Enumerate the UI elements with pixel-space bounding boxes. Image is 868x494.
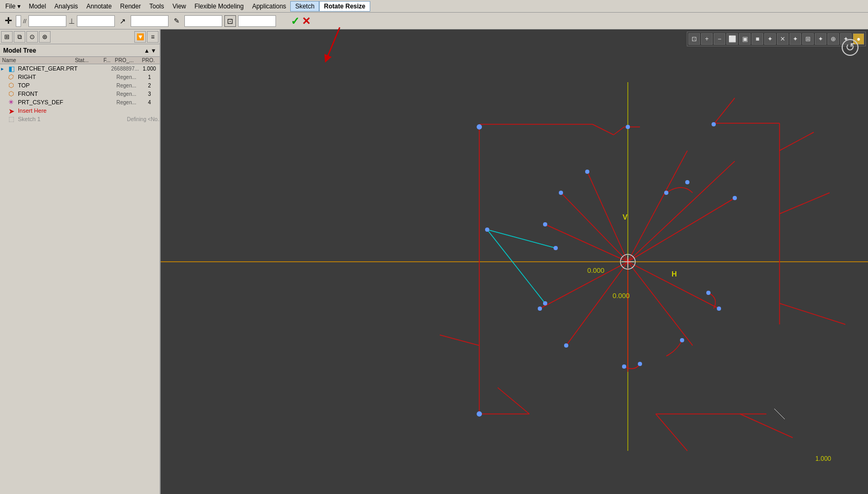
- angle-input[interactable]: [131, 15, 169, 27]
- tree-filter-icon[interactable]: ▼: [151, 47, 156, 54]
- tree-item-front-name: FRONT: [18, 91, 116, 97]
- cyan-line-2: [487, 230, 545, 303]
- perp-input[interactable]: 0.000000: [77, 15, 115, 27]
- scale-input[interactable]: 0.000000: [184, 15, 222, 27]
- model-tree-content: ▸ ◧ RATCHET_GEAR.PRT 26688897... 1.000 ⬡…: [0, 64, 160, 494]
- tree-item-insert[interactable]: ➤ Insert Here: [0, 106, 160, 115]
- tree-export-icon[interactable]: ⊛: [39, 31, 51, 43]
- tab-sketch[interactable]: Sketch: [290, 1, 319, 12]
- tree-item-top[interactable]: ⬡ TOP Regen... 2: [0, 81, 160, 90]
- arc-2: [708, 293, 715, 309]
- v-axis-label: V: [623, 213, 627, 221]
- tree-item-right-name: RIGHT: [18, 74, 116, 80]
- tree-item-top-name: TOP: [18, 82, 116, 88]
- diag-8: [440, 335, 479, 345]
- parallel-icon: //: [23, 18, 26, 24]
- col-stat: Stat...: [75, 57, 103, 63]
- cancel-button[interactable]: ✕: [302, 15, 311, 27]
- pt-17: [543, 301, 547, 305]
- diag-5: [740, 414, 793, 438]
- pt-2: [664, 191, 668, 195]
- h-axis-label: H: [672, 270, 677, 278]
- pt-3: [685, 180, 689, 184]
- tree-layout-icon[interactable]: ⊞: [1, 31, 13, 43]
- arc-4: [624, 364, 640, 369]
- spoke-9: [561, 193, 628, 262]
- tree-item-right-stat: Regen...: [116, 74, 148, 80]
- menu-tools[interactable]: Tools: [145, 2, 168, 11]
- tree-item-front-stat: Regen...: [116, 91, 148, 97]
- gear-seg-2: [614, 127, 624, 135]
- gear-seg-1: [593, 124, 614, 135]
- diag-3: [780, 193, 830, 214]
- resize-input[interactable]: 1.000000: [238, 15, 276, 27]
- y-coord-label: 0.000: [613, 292, 630, 300]
- plane-icon-front: ⬡: [8, 90, 17, 97]
- pt-corner-bl: [477, 411, 482, 417]
- tree-item-root-pro1: 26688897...: [111, 66, 143, 72]
- spoke-10: [587, 172, 628, 262]
- sketch-canvas: [161, 29, 868, 494]
- tree-item-right-f: 1: [148, 74, 159, 80]
- move-input[interactable]: [16, 15, 21, 27]
- col-f: F...: [103, 57, 115, 63]
- accept-button[interactable]: ✓: [291, 15, 300, 27]
- tree-copy-icon[interactable]: ⧉: [14, 31, 25, 43]
- tab-rotate-resize[interactable]: Rotate Resize: [319, 1, 370, 12]
- move-icon[interactable]: ✛: [2, 15, 14, 27]
- model-tree-header: Model Tree ▲ ▼: [0, 44, 160, 57]
- pt-14: [559, 191, 563, 195]
- pt-1: [626, 125, 630, 129]
- tree-item-right[interactable]: ⬡ RIGHT Regen... 1: [0, 73, 160, 81]
- diag-6: [656, 414, 687, 451]
- tree-sort-icon[interactable]: ▲: [144, 47, 150, 54]
- spoke-5: [628, 262, 693, 345]
- diag-1: [714, 98, 735, 124]
- pt-12: [538, 307, 542, 311]
- menu-applications[interactable]: Applications: [248, 2, 291, 11]
- tree-item-front[interactable]: ⬡ FRONT Regen... 3: [0, 90, 160, 98]
- tree-item-top-f: 2: [148, 83, 159, 88]
- tree-menu-icon[interactable]: ≡: [147, 31, 159, 43]
- spoke-2: [628, 198, 735, 262]
- parallel-input[interactable]: 0.000000: [28, 15, 66, 27]
- pt-10: [638, 362, 642, 366]
- menu-analysis[interactable]: Analysis: [50, 2, 82, 11]
- insert-icon: ➤: [8, 107, 17, 114]
- pt-5: [733, 196, 737, 200]
- x-coord-label: 0.000: [587, 266, 605, 274]
- menu-flexible[interactable]: Flexible Modeling: [190, 2, 248, 11]
- csys-icon: ✳: [8, 98, 17, 106]
- tree-settings-icon[interactable]: ⊙: [26, 31, 38, 43]
- tree-item-csys[interactable]: ✳ PRT_CSYS_DEF Regen... 4: [0, 98, 160, 106]
- left-toolbar: ⊞ ⧉ ⊙ ⊛ 🔽 ≡: [0, 29, 160, 44]
- pt-6: [706, 291, 711, 295]
- main-toolbar: ✛ // 0.000000 ⊥ 0.000000 ↗ ✎ 0.000000 ⊡ …: [0, 13, 868, 29]
- tree-item-csys-f: 4: [148, 100, 159, 105]
- pt-7: [717, 307, 721, 311]
- model-tree-columns: Name Stat... F... PRO_... PRO.: [0, 57, 160, 64]
- tree-item-sketch1-name: Sketch 1: [18, 116, 127, 122]
- dimension-label: 1.000: [815, 455, 831, 462]
- tree-item-sketch1[interactable]: ⬚ Sketch 1 Defining <No...: [0, 115, 160, 123]
- tree-item-root[interactable]: ▸ ◧ RATCHET_GEAR.PRT 26688897... 1.000: [0, 64, 160, 73]
- menu-bar: File ▾ Model Analysis Annotate Render To…: [0, 0, 868, 13]
- tree-item-root-pro2: 1.000: [143, 66, 159, 72]
- arc-3: [666, 340, 682, 356]
- pt-18: [554, 246, 558, 250]
- dim-arrow: [774, 409, 785, 419]
- tree-item-root-name: RATCHET_GEAR.PRT: [18, 65, 111, 72]
- menu-view[interactable]: View: [168, 2, 190, 11]
- menu-annotate[interactable]: Annotate: [82, 2, 116, 11]
- menu-model[interactable]: Model: [25, 2, 51, 11]
- pt-11: [564, 343, 568, 348]
- part-icon: ◧: [8, 65, 17, 72]
- menu-render[interactable]: Render: [116, 2, 145, 11]
- tree-item-front-f: 3: [148, 91, 159, 97]
- pt-13: [543, 222, 547, 226]
- menu-file[interactable]: File ▾: [1, 2, 25, 11]
- spoke-4: [628, 262, 719, 309]
- col-pro1: PRO_...: [115, 57, 142, 63]
- tree-expand-icon[interactable]: 🔽: [134, 31, 146, 43]
- spoke-3: [628, 161, 735, 262]
